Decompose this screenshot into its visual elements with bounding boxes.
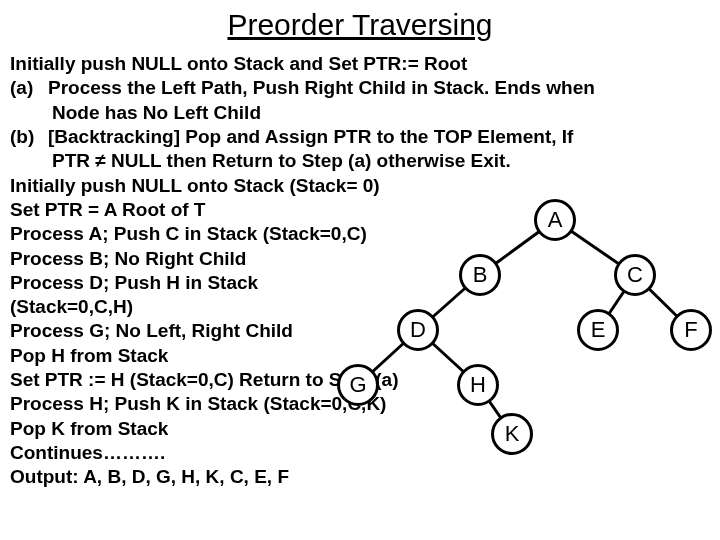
step-b-text2: PTR ≠ NULL then Return to Step (a) other…: [10, 149, 710, 173]
step-a-line1: (a)Process the Left Path, Push Right Chi…: [10, 76, 710, 100]
trace-l3: Process A; Push C in Stack (Stack=0,C): [10, 222, 710, 246]
step-a-text1: Process the Left Path, Push Right Child …: [48, 77, 595, 98]
trace-l2: Set PTR = A Root of T: [10, 198, 710, 222]
step-b-text1: [Backtracking] Pop and Assign PTR to the…: [48, 126, 573, 147]
trace-l10: Process H; Push K in Stack (Stack=0,C,K): [10, 392, 710, 416]
trace-l8: Pop H from Stack: [10, 344, 710, 368]
step-a-label: (a): [10, 76, 48, 100]
page-title: Preorder Traversing: [10, 8, 710, 42]
trace-l6: (Stack=0,C,H): [10, 295, 710, 319]
trace-l12: Continues……….: [10, 441, 710, 465]
intro-line: Initially push NULL onto Stack and Set P…: [10, 52, 710, 76]
trace-l13: Output: A, B, D, G, H, K, C, E, F: [10, 465, 710, 489]
trace-l1: Initially push NULL onto Stack (Stack= 0…: [10, 174, 710, 198]
trace-l11: Pop K from Stack: [10, 417, 710, 441]
step-b-label: (b): [10, 125, 48, 149]
trace-l4: Process B; No Right Child: [10, 247, 710, 271]
step-a-text2: Node has No Left Child: [10, 101, 710, 125]
trace-l7: Process G; No Left, Right Child: [10, 319, 710, 343]
trace-l5: Process D; Push H in Stack: [10, 271, 710, 295]
trace-l9: Set PTR := H (Stack=0,C) Return to Step …: [10, 368, 710, 392]
algorithm-text: Initially push NULL onto Stack and Set P…: [10, 52, 710, 490]
step-b-line1: (b)[Backtracking] Pop and Assign PTR to …: [10, 125, 710, 149]
